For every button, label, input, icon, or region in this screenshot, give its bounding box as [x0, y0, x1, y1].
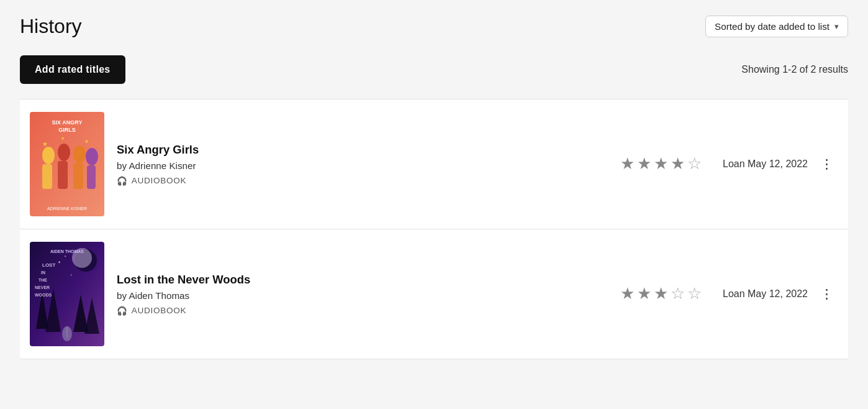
more-options-button[interactable]: ⋮ — [815, 285, 838, 303]
star-2[interactable]: ★ — [637, 286, 651, 302]
book-format: 🎧 AUDIOBOOK — [117, 306, 608, 316]
book-title: Six Angry Girls — [117, 143, 608, 157]
svg-point-3 — [73, 145, 86, 163]
toolbar: Add rated titles Showing 1-2 of 2 result… — [20, 55, 848, 84]
loan-text: Loan May 12, 2022 — [723, 159, 808, 170]
svg-rect-11 — [42, 164, 52, 189]
svg-text:NEVER: NEVER — [35, 285, 50, 290]
more-options-button[interactable]: ⋮ — [815, 155, 838, 173]
book-author: by Adrienne Kisner — [117, 160, 608, 171]
svg-rect-13 — [73, 163, 83, 189]
history-page: History Sorted by date added to list ▾ A… — [0, 0, 868, 374]
headphone-icon: 🎧 — [117, 306, 128, 316]
star-2[interactable]: ★ — [637, 156, 651, 172]
book-format: 🎧 AUDIOBOOK — [117, 176, 608, 186]
chevron-down-icon: ▾ — [834, 22, 839, 31]
svg-text:★: ★ — [61, 136, 65, 140]
svg-text:WOODS: WOODS — [35, 293, 52, 297]
book-cover: SIX ANGRY GIRLS ★ ★ ★ ADRIENNE KISNER — [30, 112, 104, 216]
svg-text:✦: ✦ — [64, 254, 66, 258]
svg-text:GIRLS: GIRLS — [58, 127, 76, 133]
book-info: Lost in the Never Woods by Aiden Thomas … — [117, 273, 608, 316]
svg-text:✦: ✦ — [58, 260, 61, 264]
add-rated-titles-button[interactable]: Add rated titles — [20, 55, 125, 84]
book-author: by Aiden Thomas — [117, 290, 608, 301]
format-label: AUDIOBOOK — [132, 306, 186, 315]
results-count: Showing 1-2 of 2 results — [741, 64, 848, 75]
loan-section: Loan May 12, 2022 ⋮ — [714, 155, 838, 173]
svg-text:ADRIENNE KISNER: ADRIENNE KISNER — [47, 206, 87, 211]
book-cover: AIDEN THOMAS LOST IN THE NEVER WOODS ✦ ✦… — [30, 242, 104, 346]
star-4[interactable]: ★ — [671, 156, 685, 172]
svg-point-1 — [42, 147, 55, 164]
svg-rect-14 — [87, 165, 96, 189]
book-list: SIX ANGRY GIRLS ★ ★ ★ ADRIENNE KISNER Si… — [20, 99, 848, 359]
svg-text:IN: IN — [41, 270, 45, 275]
star-5[interactable]: ☆ — [687, 156, 702, 172]
star-3[interactable]: ★ — [654, 286, 668, 302]
svg-text:AIDEN THOMAS: AIDEN THOMAS — [50, 249, 84, 254]
star-1[interactable]: ★ — [620, 156, 635, 172]
star-4[interactable]: ☆ — [671, 286, 685, 302]
table-row: AIDEN THOMAS LOST IN THE NEVER WOODS ✦ ✦… — [20, 229, 848, 359]
sort-button[interactable]: Sorted by date added to list ▾ — [705, 16, 848, 37]
page-header: History Sorted by date added to list ▾ — [20, 15, 848, 38]
svg-text:LOST: LOST — [42, 262, 55, 268]
svg-rect-12 — [58, 161, 68, 189]
svg-point-4 — [86, 148, 98, 165]
star-3[interactable]: ★ — [654, 156, 668, 172]
rating-section[interactable]: ★ ★ ★ ★ ☆ — [620, 156, 702, 172]
star-1[interactable]: ★ — [620, 286, 635, 302]
book-title: Lost in the Never Woods — [117, 273, 608, 287]
headphone-icon: 🎧 — [117, 176, 128, 186]
svg-text:SIX ANGRY: SIX ANGRY — [52, 119, 83, 126]
page-title: History — [20, 15, 82, 38]
svg-text:★: ★ — [84, 139, 89, 144]
loan-section: Loan May 12, 2022 ⋮ — [714, 285, 838, 303]
svg-point-2 — [58, 144, 70, 161]
book-info: Six Angry Girls by Adrienne Kisner 🎧 AUD… — [117, 143, 608, 186]
table-row: SIX ANGRY GIRLS ★ ★ ★ ADRIENNE KISNER Si… — [20, 99, 848, 229]
sort-label: Sorted by date added to list — [715, 21, 830, 32]
star-5[interactable]: ☆ — [687, 286, 702, 302]
svg-text:★: ★ — [42, 140, 48, 147]
svg-text:THE: THE — [38, 278, 47, 282]
rating-section[interactable]: ★ ★ ★ ☆ ☆ — [620, 286, 702, 302]
loan-text: Loan May 12, 2022 — [723, 288, 808, 300]
format-label: AUDIOBOOK — [132, 176, 186, 185]
